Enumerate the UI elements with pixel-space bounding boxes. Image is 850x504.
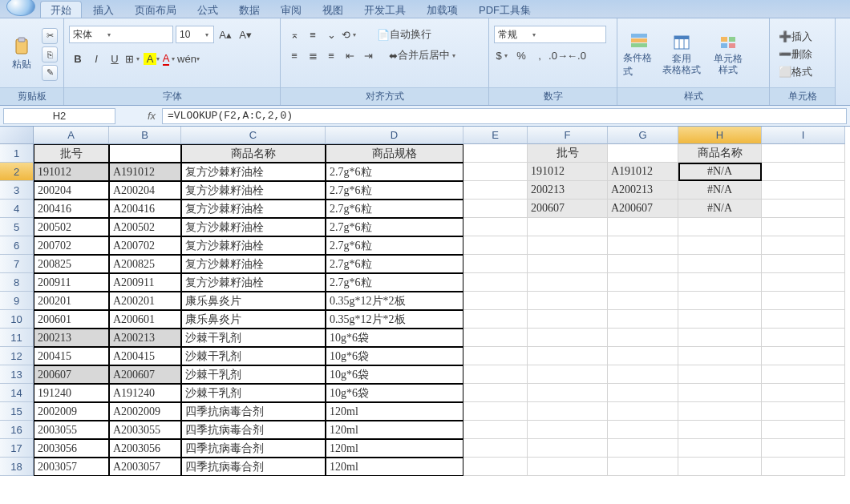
cell-E5[interactable] (463, 218, 528, 236)
cell-G16[interactable] (608, 421, 678, 439)
col-header-F[interactable]: F (528, 127, 608, 144)
cell-B3[interactable]: A200204 (109, 181, 181, 200)
cell-D15[interactable]: 120ml (326, 402, 463, 421)
cell-G18[interactable] (608, 458, 678, 476)
col-header-A[interactable]: A (34, 127, 109, 144)
row-header-4[interactable]: 4 (0, 200, 34, 218)
cell-B16[interactable]: A2003055 (109, 421, 181, 439)
formula-input[interactable]: =VLOOKUP(F2,A:C,2,0) (162, 108, 847, 124)
name-box[interactable]: H2 (3, 108, 115, 124)
cell-B7[interactable]: A200825 (109, 255, 181, 273)
cell-G8[interactable] (608, 273, 678, 292)
cell-C6[interactable]: 复方沙棘籽油栓 (181, 236, 326, 255)
cell-F9[interactable] (528, 292, 608, 310)
cell-D4[interactable]: 2.7g*6粒 (326, 200, 463, 218)
cell-E1[interactable] (463, 144, 528, 163)
cell-G12[interactable] (608, 347, 678, 365)
cell-G14[interactable] (608, 384, 678, 402)
row-header-3[interactable]: 3 (0, 181, 34, 200)
cell-G5[interactable] (608, 218, 678, 236)
cell-D7[interactable]: 2.7g*6粒 (326, 255, 463, 273)
cell-C13[interactable]: 沙棘干乳剂 (181, 365, 326, 384)
cell-F3[interactable]: 200213 (528, 181, 608, 200)
cell-A15[interactable]: 2002009 (34, 402, 109, 421)
cell-C17[interactable]: 四季抗病毒合剂 (181, 439, 326, 458)
tab-数据[interactable]: 数据 (229, 2, 269, 18)
cell-E7[interactable] (463, 255, 528, 273)
cell-A16[interactable]: 2003055 (34, 421, 109, 439)
tab-插入[interactable]: 插入 (83, 2, 123, 18)
cell-C2[interactable]: 复方沙棘籽油栓 (181, 163, 326, 181)
cell-D11[interactable]: 10g*6袋 (326, 329, 463, 347)
col-header-I[interactable]: I (762, 127, 845, 144)
col-header-G[interactable]: G (608, 127, 678, 144)
row-header-9[interactable]: 9 (0, 292, 34, 310)
cell-D2[interactable]: 2.7g*6粒 (326, 163, 463, 181)
cell-G11[interactable] (608, 329, 678, 347)
cell-I5[interactable] (762, 218, 845, 236)
cell-B4[interactable]: A200416 (109, 200, 181, 218)
cell-D1[interactable]: 商品规格 (326, 144, 463, 163)
row-header-16[interactable]: 16 (0, 421, 34, 439)
cell-E13[interactable] (463, 365, 528, 384)
cell-styles-button[interactable]: 单元格 样式 (707, 26, 749, 83)
align-left-button[interactable]: ≡ (285, 46, 303, 64)
cell-G1[interactable] (608, 144, 678, 163)
cell-I7[interactable] (762, 255, 845, 273)
cell-A1[interactable]: 批号 (34, 144, 109, 163)
cell-A14[interactable]: 191240 (34, 384, 109, 402)
row-header-13[interactable]: 13 (0, 365, 34, 384)
col-header-C[interactable]: C (181, 127, 326, 144)
decrease-decimal-button[interactable]: ←.0 (568, 46, 585, 64)
insert-cells-button[interactable]: ➕ 插入 (775, 29, 816, 45)
tab-视图[interactable]: 视图 (313, 2, 353, 18)
cell-I17[interactable] (762, 439, 845, 458)
cell-I10[interactable] (762, 310, 845, 329)
cell-F5[interactable] (528, 218, 608, 236)
row-header-7[interactable]: 7 (0, 255, 34, 273)
cell-A9[interactable]: 200201 (34, 292, 109, 310)
align-center-button[interactable]: ≣ (304, 46, 322, 64)
cell-A11[interactable]: 200213 (34, 329, 109, 347)
italic-button[interactable]: I (87, 50, 105, 67)
row-header-11[interactable]: 11 (0, 329, 34, 347)
cell-F1[interactable]: 批号 (528, 144, 608, 163)
office-button[interactable] (6, 0, 35, 16)
cell-I6[interactable] (762, 236, 845, 255)
cell-H13[interactable] (678, 365, 762, 384)
cell-F11[interactable] (528, 329, 608, 347)
cell-I4[interactable] (762, 200, 845, 218)
cell-H18[interactable] (678, 458, 762, 476)
format-cells-button[interactable]: ⬜ 格式 (775, 64, 816, 80)
cell-A4[interactable]: 200416 (34, 200, 109, 218)
copy-button[interactable]: ⎘ (42, 46, 58, 62)
cell-A3[interactable]: 200204 (34, 181, 109, 200)
cell-A17[interactable]: 2003056 (34, 439, 109, 458)
cell-E12[interactable] (463, 347, 528, 365)
wrap-text-button[interactable]: 📄 自动换行 (371, 26, 437, 43)
cell-C8[interactable]: 复方沙棘籽油栓 (181, 273, 326, 292)
cell-E17[interactable] (463, 439, 528, 458)
cell-I3[interactable] (762, 181, 845, 200)
cell-C1[interactable]: 商品名称 (181, 144, 326, 163)
cell-F18[interactable] (528, 458, 608, 476)
row-header-8[interactable]: 8 (0, 273, 34, 292)
cell-G3[interactable]: A200213 (608, 181, 678, 200)
cell-G7[interactable] (608, 255, 678, 273)
cell-E10[interactable] (463, 310, 528, 329)
increase-font-button[interactable]: A▴ (217, 26, 234, 43)
cell-I16[interactable] (762, 421, 845, 439)
cell-A8[interactable]: 200911 (34, 273, 109, 292)
col-header-B[interactable]: B (109, 127, 181, 144)
cell-H10[interactable] (678, 310, 762, 329)
cell-B12[interactable]: A200415 (109, 347, 181, 365)
cell-F2[interactable]: 191012 (528, 163, 608, 181)
cell-F12[interactable] (528, 347, 608, 365)
cell-C9[interactable]: 康乐鼻炎片 (181, 292, 326, 310)
table-format-button[interactable]: 套用 表格格式 (659, 26, 704, 83)
cell-H2[interactable]: #N/A (678, 163, 762, 181)
cell-F4[interactable]: 200607 (528, 200, 608, 218)
align-right-button[interactable]: ≡ (322, 46, 340, 64)
row-header-2[interactable]: 2 (0, 163, 34, 181)
cell-E6[interactable] (463, 236, 528, 255)
